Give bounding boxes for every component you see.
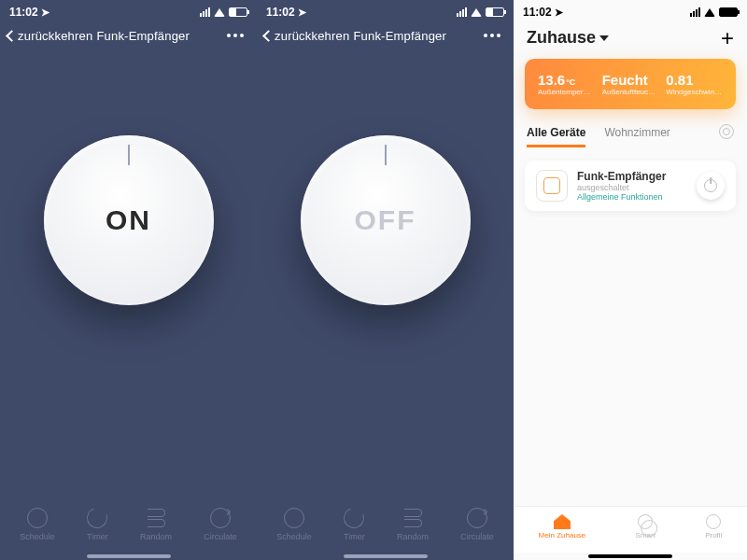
action-circulate[interactable]: Circulate — [460, 508, 494, 541]
tab-living-room[interactable]: Wohnzimmer — [604, 126, 669, 147]
rooms-settings-button[interactable] — [719, 124, 734, 139]
timer-icon — [341, 504, 368, 531]
status-bar: 11:02 ➤ — [514, 0, 747, 21]
home-title: Zuhause — [527, 28, 596, 48]
status-bar: 11:02 ➤ — [257, 0, 514, 21]
nav-smart[interactable]: Smart — [636, 514, 655, 539]
signal-icon — [457, 7, 467, 17]
back-button[interactable]: zurückkehren — [7, 29, 92, 43]
dial-label: OFF — [355, 204, 416, 236]
bottom-actions: Schedule Timer Random Circulate — [0, 498, 257, 551]
weather-card[interactable]: 13.6°C Außentempera… Feucht Außenluftfeu… — [525, 59, 736, 109]
device-name: Funk-Empfänger — [577, 170, 687, 183]
power-icon — [704, 179, 717, 192]
signal-icon — [200, 7, 210, 17]
location-icon: ➤ — [298, 7, 306, 18]
home-icon — [554, 514, 571, 529]
add-button[interactable]: + — [721, 29, 734, 48]
wifi-icon — [471, 8, 482, 17]
battery-icon — [229, 7, 247, 17]
status-right — [690, 7, 738, 17]
device-icon — [536, 170, 568, 202]
weather-humidity: Feucht Außenluftfeuchtig… — [602, 72, 659, 96]
page-title: Funk-Empfänger — [353, 29, 446, 43]
shuffle-icon — [402, 508, 423, 528]
more-button[interactable] — [221, 28, 249, 43]
dial-area: OFF — [257, 52, 514, 388]
home-indicator — [87, 554, 171, 558]
page-title: Funk-Empfänger — [96, 29, 190, 43]
device-panel-on: 11:02 ➤ zurückkehren Funk-Empfänger ON — [0, 0, 257, 560]
device-functions-link[interactable]: Allgemeine Funktionen — [577, 192, 687, 202]
back-label: zurückkehren — [275, 29, 349, 43]
action-circulate[interactable]: Circulate — [204, 508, 237, 541]
status-right — [200, 7, 247, 17]
home-panel: 11:02 ➤ Zuhause + 13.6°C Außentempera… F… — [514, 0, 747, 560]
signal-icon — [690, 7, 700, 17]
nav-profile[interactable]: Profil — [705, 514, 722, 539]
location-icon: ➤ — [555, 7, 563, 18]
action-schedule[interactable]: Schedule — [20, 508, 55, 541]
nav-bar: zurückkehren Funk-Empfänger — [0, 21, 257, 52]
action-timer[interactable]: Timer — [344, 508, 365, 541]
status-time: 11:02 ➤ — [9, 6, 49, 19]
device-card[interactable]: Funk-Empfänger ausgeschaltet Allgemeine … — [525, 161, 736, 211]
status-right — [457, 7, 504, 17]
dial-label: ON — [106, 204, 151, 236]
room-tabs: Alle Geräte Wohnzimmer — [514, 109, 747, 151]
bottom-nav: Mein Zuhause Smart Profil — [514, 506, 747, 553]
status-time: 11:02 ➤ — [523, 6, 563, 19]
app-frame: 11:02 ➤ zurückkehren Funk-Empfänger ON — [0, 0, 747, 560]
device-panel-off: 11:02 ➤ zurückkehren Funk-Empfänger OFF — [257, 0, 514, 560]
bottom-actions: Schedule Timer Random Circulate — [257, 498, 514, 551]
wifi-icon — [214, 8, 225, 17]
location-icon: ➤ — [41, 7, 49, 18]
clock-icon — [27, 508, 48, 528]
power-dial-on[interactable]: ON — [44, 135, 214, 305]
home-indicator — [588, 554, 672, 558]
timer-icon — [84, 504, 111, 531]
clock: 11:02 — [9, 6, 38, 19]
weather-temp: 13.6°C Außentempera… — [538, 72, 595, 96]
wifi-icon — [704, 8, 715, 17]
nav-bar: zurückkehren Funk-Empfänger — [257, 21, 514, 52]
battery-icon — [719, 7, 738, 17]
home-indicator — [344, 554, 428, 558]
action-random[interactable]: Random — [140, 508, 172, 541]
circulate-icon — [467, 508, 487, 528]
shuffle-icon — [146, 508, 166, 528]
back-button[interactable]: zurückkehren — [264, 29, 349, 43]
battery-icon — [486, 7, 504, 17]
tab-all-devices[interactable]: Alle Geräte — [527, 126, 585, 147]
clock-icon — [284, 508, 304, 528]
profile-icon — [706, 514, 721, 529]
device-power-button[interactable] — [697, 172, 725, 200]
nav-home[interactable]: Mein Zuhause — [539, 514, 586, 539]
chevron-left-icon — [262, 30, 275, 42]
clock: 11:02 — [523, 6, 552, 19]
status-bar: 11:02 ➤ — [0, 0, 257, 21]
dial-area: ON — [0, 52, 257, 388]
action-schedule[interactable]: Schedule — [276, 508, 312, 541]
circulate-icon — [210, 508, 231, 528]
chevron-left-icon — [6, 30, 18, 42]
weather-wind: 0.81 Windgeschwindigk… — [666, 72, 723, 96]
clock: 11:02 — [266, 6, 295, 19]
power-dial-off[interactable]: OFF — [301, 135, 471, 305]
device-state: ausgeschaltet — [577, 183, 687, 192]
action-random[interactable]: Random — [397, 508, 429, 541]
dial-tick-icon — [385, 145, 387, 165]
status-time: 11:02 ➤ — [266, 6, 306, 19]
back-label: zurückkehren — [18, 29, 92, 43]
dial-tick-icon — [128, 145, 130, 165]
smart-icon — [635, 511, 656, 533]
chevron-down-icon — [599, 35, 609, 41]
device-meta: Funk-Empfänger ausgeschaltet Allgemeine … — [577, 170, 687, 202]
home-header: Zuhause + — [514, 21, 747, 51]
more-button[interactable] — [478, 28, 506, 43]
home-title-button[interactable]: Zuhause — [527, 28, 609, 48]
action-timer[interactable]: Timer — [87, 508, 108, 541]
